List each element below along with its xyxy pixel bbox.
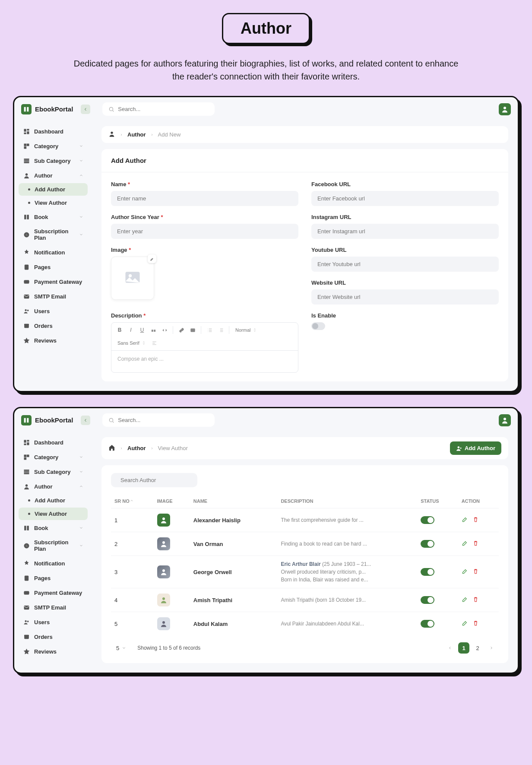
sidebar-item-category[interactable]: Category	[19, 139, 88, 153]
delete-button[interactable]	[472, 620, 479, 628]
book-icon	[23, 524, 30, 531]
image-upload[interactable]	[111, 257, 154, 300]
image-edit-badge[interactable]	[148, 254, 156, 263]
instagram-input[interactable]	[311, 224, 499, 239]
breadcrumb-home-icon[interactable]	[108, 444, 115, 452]
sidebar-item-pages[interactable]: Pages	[19, 260, 88, 274]
rte-italic-button[interactable]: I	[126, 325, 136, 335]
sidebar-item-view-author[interactable]: View Author	[19, 197, 88, 209]
sidebar-item-notification[interactable]: Notification	[19, 245, 88, 259]
edit-button[interactable]	[462, 568, 468, 576]
breadcrumb-parent[interactable]: Author	[127, 131, 146, 138]
dot-icon	[28, 513, 30, 515]
sidebar-item-view-author[interactable]: View Author	[19, 508, 88, 520]
rte-underline-button[interactable]: U	[137, 325, 147, 335]
table-search[interactable]	[111, 473, 197, 487]
logo[interactable]: EbookPortal	[21, 104, 73, 114]
sidebar-item-category[interactable]: Category	[19, 450, 88, 464]
sidebar-item-sub-category[interactable]: Sub Category	[19, 154, 88, 168]
sidebar-item-subscription-plan[interactable]: $Subscription Plan	[19, 536, 88, 555]
svg-rect-26	[190, 328, 195, 332]
rte-quote-button[interactable]	[149, 325, 158, 335]
edit-button[interactable]	[462, 596, 468, 604]
rte-align-button[interactable]	[150, 338, 159, 348]
dot-icon	[28, 202, 30, 204]
sidebar-item-author[interactable]: Author	[19, 168, 88, 182]
breadcrumb-parent[interactable]: Author	[127, 445, 146, 451]
sidebar-item-dashboard[interactable]: Dashboard	[19, 124, 88, 138]
delete-button[interactable]	[472, 596, 479, 604]
sidebar-item-subscription-plan[interactable]: $Subscription Plan	[19, 225, 88, 244]
sidebar-item-add-author[interactable]: Add Author	[19, 183, 88, 196]
status-toggle[interactable]	[421, 540, 434, 548]
sidebar-item-reviews[interactable]: Reviews	[19, 333, 88, 347]
search-input[interactable]	[118, 106, 209, 112]
table-search-input[interactable]	[120, 477, 193, 483]
status-toggle[interactable]	[421, 516, 434, 524]
sidebar-item-dashboard[interactable]: Dashboard	[19, 435, 88, 449]
add-author-button[interactable]: Add Author	[450, 441, 501, 455]
edit-button[interactable]	[462, 540, 468, 548]
sidebar-item-smtp-email[interactable]: SMTP Email	[19, 289, 88, 303]
svg-point-46	[25, 620, 26, 622]
sidebar-item-users[interactable]: Users	[19, 304, 88, 318]
rte-textarea[interactable]: Compose an epic ...	[111, 351, 298, 372]
search-input[interactable]	[118, 417, 209, 423]
rte-ordered-list-button[interactable]	[205, 325, 214, 335]
sidebar-item-book[interactable]: Book	[19, 210, 88, 224]
sidebar-item-payment-gateway[interactable]: Payment Gateway	[19, 586, 88, 600]
page-2[interactable]: 2	[472, 642, 483, 654]
breadcrumb-home-icon[interactable]	[108, 130, 115, 139]
logo[interactable]: EbookPortal	[21, 415, 73, 425]
sidebar-item-reviews[interactable]: Reviews	[19, 644, 88, 658]
page-prev[interactable]	[444, 642, 456, 654]
rte-code-button[interactable]	[160, 325, 169, 335]
rte-image-button[interactable]	[188, 325, 197, 335]
sidebar-item-users[interactable]: Users	[19, 615, 88, 629]
sidebar-item-notification[interactable]: Notification	[19, 556, 88, 570]
sidebar-item-author[interactable]: Author	[19, 479, 88, 493]
status-toggle[interactable]	[421, 620, 434, 628]
year-input[interactable]	[111, 224, 298, 239]
rte-unordered-list-button[interactable]	[216, 325, 225, 335]
search-box[interactable]	[102, 102, 215, 116]
rte-link-button[interactable]	[177, 325, 186, 335]
breadcrumb: Author View Author Add Author	[101, 437, 508, 459]
enable-toggle[interactable]	[311, 322, 325, 330]
sidebar-item-orders[interactable]: Orders	[19, 319, 88, 333]
user-avatar[interactable]	[499, 103, 511, 115]
chevron-right-icon	[120, 131, 123, 138]
delete-button[interactable]	[472, 568, 479, 576]
website-input[interactable]	[311, 289, 499, 305]
orders-icon	[23, 322, 30, 329]
sidebar-item-add-author[interactable]: Add Author	[19, 494, 88, 507]
sidebar-item-payment-gateway[interactable]: Payment Gateway	[19, 275, 88, 289]
page-size-select[interactable]: 5	[113, 643, 130, 653]
sidebar-item-sub-category[interactable]: Sub Category	[19, 465, 88, 479]
rte-font-select[interactable]: Sans Serif	[115, 340, 148, 346]
status-toggle[interactable]	[421, 568, 434, 576]
svg-rect-35	[24, 457, 26, 460]
page-1[interactable]: 1	[458, 642, 469, 654]
col-sr[interactable]: SR NO	[111, 494, 154, 508]
author-name: Alexander Haislip	[190, 508, 278, 532]
sidebar-collapse-button[interactable]	[81, 416, 90, 425]
sidebar-item-pages[interactable]: Pages	[19, 571, 88, 585]
sidebar-collapse-button[interactable]	[81, 105, 90, 114]
page-next[interactable]	[486, 642, 497, 654]
rte-heading-select[interactable]: Normal	[233, 327, 259, 333]
facebook-input[interactable]	[311, 191, 499, 206]
edit-button[interactable]	[462, 516, 468, 524]
name-input[interactable]	[111, 191, 298, 206]
delete-button[interactable]	[472, 516, 479, 524]
delete-button[interactable]	[472, 540, 479, 548]
user-avatar[interactable]	[499, 414, 511, 426]
youtube-input[interactable]	[311, 257, 499, 272]
sidebar-item-smtp-email[interactable]: SMTP Email	[19, 600, 88, 614]
status-toggle[interactable]	[421, 596, 434, 604]
sidebar-item-orders[interactable]: Orders	[19, 630, 88, 644]
edit-button[interactable]	[462, 620, 468, 628]
sidebar-item-book[interactable]: Book	[19, 521, 88, 535]
search-box[interactable]	[102, 413, 215, 427]
rte-bold-button[interactable]: B	[115, 325, 124, 335]
